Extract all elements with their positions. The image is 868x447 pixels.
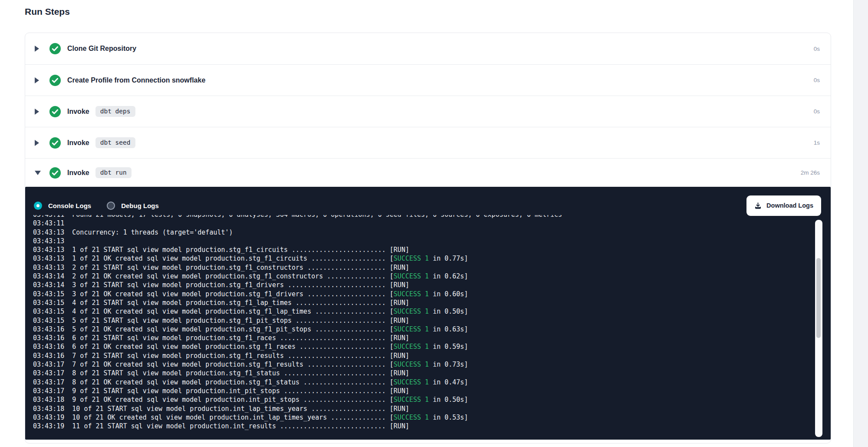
download-icon (754, 202, 762, 209)
run-steps-list: Clone Git Repository 0s Create Profile f… (25, 33, 831, 187)
radio-selected-icon[interactable] (34, 202, 42, 210)
run-step-row[interactable]: Invoke dbt deps 0s (25, 96, 831, 127)
success-check-icon (49, 75, 61, 86)
log-toolbar: Console Logs Debug Logs Download Logs (34, 195, 821, 216)
log-line: 03:43:18 9 of 21 OK created sql view mod… (33, 395, 813, 404)
chevron-icon[interactable] (35, 140, 41, 146)
chevron-icon[interactable] (35, 77, 41, 83)
log-line: 03:43:13 2 of 21 START sql view model pr… (33, 263, 813, 272)
step-duration: 1s (814, 139, 820, 146)
chevron-icon[interactable] (35, 109, 41, 115)
step-command-badge: dbt run (95, 167, 132, 178)
step-command-badge: dbt deps (95, 106, 135, 117)
success-check-icon (49, 106, 61, 117)
download-logs-label: Download Logs (766, 202, 813, 209)
success-check-icon (49, 137, 61, 149)
log-content: 03:43:11 Found 21 models, 17 tests, 0 sn… (33, 215, 813, 430)
chevron-icon[interactable] (35, 46, 41, 52)
run-step-row[interactable]: Invoke dbt run 2m 26s (25, 158, 831, 187)
console-log-panel: Console Logs Debug Logs Download Logs 03… (25, 187, 831, 440)
chevron-icon[interactable] (35, 171, 41, 175)
step-title: Invoke (67, 139, 89, 147)
step-duration: 0s (814, 46, 820, 52)
log-line: 03:43:17 8 of 21 START sql view model pr… (33, 369, 813, 377)
run-steps-card: Clone Git Repository 0s Create Profile f… (25, 33, 831, 444)
log-line: 03:43:15 4 of 21 OK created sql view mod… (33, 307, 813, 316)
step-title: Invoke (67, 108, 89, 116)
log-line: 03:43:13 (33, 237, 813, 245)
log-line: 03:43:16 5 of 21 OK created sql view mod… (33, 325, 813, 334)
log-line: 03:43:19 11 of 21 START sql view model p… (33, 422, 813, 430)
download-logs-button[interactable]: Download Logs (746, 195, 821, 216)
console-logs-label: Console Logs (48, 202, 91, 209)
log-scrollbar-track[interactable] (815, 220, 822, 437)
radio-unselected-icon[interactable] (107, 202, 115, 210)
log-scrollbar-thumb[interactable] (816, 258, 821, 338)
debug-logs-label: Debug Logs (121, 202, 159, 209)
log-line: 03:43:19 10 of 21 OK created sql view mo… (33, 413, 813, 422)
log-line: 03:43:17 7 of 21 OK created sql view mod… (33, 360, 813, 369)
log-line: 03:43:17 9 of 21 START sql view model pr… (33, 387, 813, 395)
success-check-icon (49, 167, 61, 179)
log-line: 03:43:14 2 of 21 OK created sql view mod… (33, 272, 813, 281)
step-title: Create Profile from Connection snowflake (67, 76, 205, 84)
console-logs-radio[interactable]: Console Logs (34, 202, 91, 210)
debug-logs-radio[interactable]: Debug Logs (107, 202, 159, 210)
log-line: 03:43:17 8 of 21 OK created sql view mod… (33, 378, 813, 387)
log-line: 03:43:16 7 of 21 START sql view model pr… (33, 351, 813, 360)
step-title: Invoke (67, 169, 89, 177)
log-line: 03:43:16 6 of 21 START sql view model pr… (33, 334, 813, 342)
log-line: 03:43:15 3 of 21 OK created sql view mod… (33, 290, 813, 298)
log-line: 03:43:11 Found 21 models, 17 tests, 0 sn… (33, 215, 813, 219)
step-duration: 0s (814, 77, 820, 83)
page-title: Run Steps (0, 0, 868, 18)
log-line: 03:43:13 Concurrency: 1 threads (target=… (33, 228, 813, 237)
run-step-row[interactable]: Clone Git Repository 0s (25, 33, 831, 64)
step-title: Clone Git Repository (67, 45, 136, 53)
success-check-icon (49, 43, 61, 54)
log-line: 03:43:14 3 of 21 START sql view model pr… (33, 281, 813, 289)
log-line: 03:43:16 6 of 21 OK created sql view mod… (33, 342, 813, 351)
log-line: 03:43:11 (33, 219, 813, 228)
log-viewport[interactable]: 03:43:11 Found 21 models, 17 tests, 0 sn… (33, 215, 813, 440)
run-step-row[interactable]: Invoke dbt seed 1s (25, 127, 831, 158)
step-duration: 0s (814, 108, 820, 115)
log-line: 03:43:15 5 of 21 START sql view model pr… (33, 316, 813, 325)
log-line: 03:43:13 1 of 21 START sql view model pr… (33, 245, 813, 254)
right-background-strip (853, 0, 868, 447)
step-duration: 2m 26s (801, 169, 820, 176)
step-command-badge: dbt seed (95, 137, 135, 148)
log-line: 03:43:18 10 of 21 START sql view model p… (33, 404, 813, 413)
log-line: 03:43:13 1 of 21 OK created sql view mod… (33, 254, 813, 263)
log-line: 03:43:15 4 of 21 START sql view model pr… (33, 298, 813, 307)
run-step-row[interactable]: Create Profile from Connection snowflake… (25, 64, 831, 96)
